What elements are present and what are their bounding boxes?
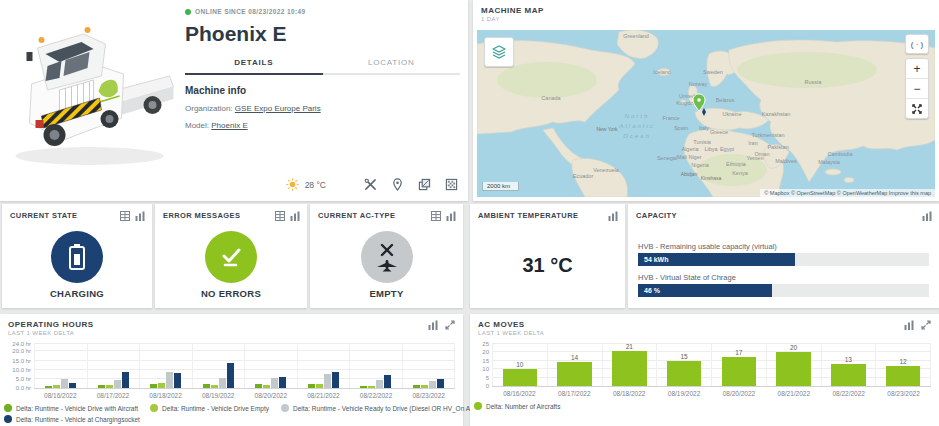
map-place-label: Sweden	[703, 69, 723, 75]
map-style-icon[interactable]	[445, 178, 458, 191]
ac-moves-title: AC MOVES	[478, 320, 544, 329]
bar-chart-view-icon[interactable]	[922, 211, 932, 221]
y-axis-tick: 20.0 hr	[12, 348, 31, 354]
map-place-label: Ukraine	[723, 111, 742, 117]
bar-chart-view-icon[interactable]	[428, 320, 438, 330]
map-place-label: Maldives	[775, 158, 797, 164]
chart-column	[87, 344, 140, 388]
chart-column: 13	[821, 344, 876, 386]
map-place-label: Libya	[704, 146, 718, 152]
chart-column: 21	[602, 344, 657, 386]
bar	[831, 364, 865, 386]
expand-icon[interactable]	[445, 320, 455, 330]
organization-link[interactable]: GSE Expo Europe Paris	[235, 104, 321, 113]
bar	[69, 383, 76, 388]
machine-map-panel: MACHINE MAP 1 DAY	[473, 0, 939, 201]
bar	[722, 357, 756, 386]
current-state-card: CURRENT STATE CHARGING	[2, 204, 152, 308]
tools-icon[interactable]	[364, 178, 377, 191]
machine-details-panel: ONLINE SINCE 08/23/2022 10:49 Phoenix E …	[0, 0, 468, 201]
legend-item: Delta: Runtime - Vehicle Drive with Airc…	[4, 404, 138, 412]
map-place-label: France	[662, 115, 679, 121]
bar	[886, 366, 920, 386]
capacity-bar-fill: 54 kWh	[638, 253, 795, 266]
capacity-bar-fill: 46 %	[638, 284, 772, 297]
capacity-title: CAPACITY	[636, 211, 677, 220]
capacity-bar-value: 54 kWh	[638, 256, 669, 263]
chart-column	[244, 344, 297, 388]
bar	[45, 386, 52, 388]
chart-column: 20	[766, 344, 821, 386]
capacity-bar-track: 54 kWh	[638, 253, 929, 266]
map-locate-button[interactable]: ( · )	[905, 34, 929, 54]
bar	[106, 385, 113, 388]
map-place-label: Kinshasa	[701, 175, 722, 181]
bar	[158, 383, 165, 388]
bar	[61, 379, 68, 388]
capacity-card: CAPACITY HVB - Remaining usable capacity…	[628, 204, 939, 308]
map-zoom-in-button[interactable]: +	[906, 59, 928, 79]
expand-icon[interactable]	[921, 320, 931, 330]
table-view-icon[interactable]	[275, 211, 285, 221]
bar	[667, 361, 701, 386]
tab-details[interactable]: DETAILS	[185, 58, 323, 75]
map-place-label: Abidjan	[681, 171, 698, 177]
chart-column	[192, 344, 245, 388]
bar-chart-view-icon[interactable]	[290, 211, 300, 221]
map-place-label: Ecuador	[573, 173, 594, 179]
x-axis-label: 08/21/2022	[766, 390, 821, 397]
tab-location[interactable]: LOCATION	[323, 58, 461, 75]
bar	[122, 372, 129, 389]
bar	[166, 372, 173, 389]
ambient-temperature-value: 31 °C	[522, 254, 572, 277]
chart-column: 10	[492, 344, 547, 386]
legend-item: Delta: Runtime - Vehicle at Chargingsock…	[4, 415, 140, 423]
bar	[263, 385, 270, 388]
fullscreen-icon	[912, 104, 922, 114]
map-place-label: Egypt	[720, 146, 735, 152]
map-fullscreen-button[interactable]	[906, 99, 928, 118]
legend-item: Delta: Number of Aircrafts	[474, 402, 560, 410]
chart-column	[349, 344, 402, 388]
bar	[53, 385, 60, 388]
legend-label: Delta: Runtime - Vehicle at Chargingsock…	[16, 416, 140, 423]
bar	[376, 380, 383, 388]
bar	[203, 384, 210, 388]
bar-chart-view-icon[interactable]	[608, 211, 618, 221]
x-axis-label: 08/22/2022	[350, 392, 403, 399]
bar	[612, 351, 646, 386]
legend-label: Delta: Runtime - Vehicle Drive with Airc…	[16, 405, 138, 412]
chart-column	[297, 344, 350, 388]
tab-bar: DETAILS LOCATION	[185, 58, 460, 75]
bar-chart-view-icon[interactable]	[135, 211, 145, 221]
bar-chart-view-icon[interactable]	[904, 320, 914, 330]
map-place-label: Malaysia	[818, 159, 841, 165]
map-attribution[interactable]: © Mapbox © OpenStreetMap © OpenWeatherMa…	[760, 189, 935, 197]
map-place-label: Venezuela	[593, 167, 620, 173]
ac-moves-chart: 0510152025101421151720131208/16/202208/1…	[474, 344, 931, 410]
bar	[211, 385, 218, 388]
map-canvas[interactable]: GreenlandIcelandSwedenNorwayRussiaCanada…	[477, 30, 935, 197]
layers-icon[interactable]	[418, 178, 431, 191]
model-link[interactable]: Phoenix E	[211, 121, 247, 130]
map-place-label: Niger	[688, 154, 701, 160]
x-axis-label: 08/22/2022	[821, 390, 876, 397]
table-view-icon[interactable]	[431, 211, 441, 221]
map-subtitle: 1 DAY	[481, 16, 931, 22]
x-axis-label: 08/19/2022	[657, 390, 712, 397]
location-pin-icon[interactable]	[391, 178, 404, 191]
y-axis-tick: 10	[482, 366, 489, 372]
charging-state-circle	[51, 231, 103, 283]
no-aircraft-icon	[372, 240, 402, 274]
y-axis-tick: 15	[482, 358, 489, 364]
bar	[421, 385, 428, 388]
chart-column	[139, 344, 192, 388]
map-zoom-out-button[interactable]: −	[906, 79, 928, 99]
table-view-icon[interactable]	[120, 211, 130, 221]
bar	[227, 363, 234, 388]
bar	[114, 380, 121, 388]
map-place-label: North	[625, 113, 650, 119]
map-layers-button[interactable]	[484, 37, 514, 67]
y-axis-tick: 10.0 hr	[12, 367, 31, 373]
bar-chart-view-icon[interactable]	[446, 211, 456, 221]
